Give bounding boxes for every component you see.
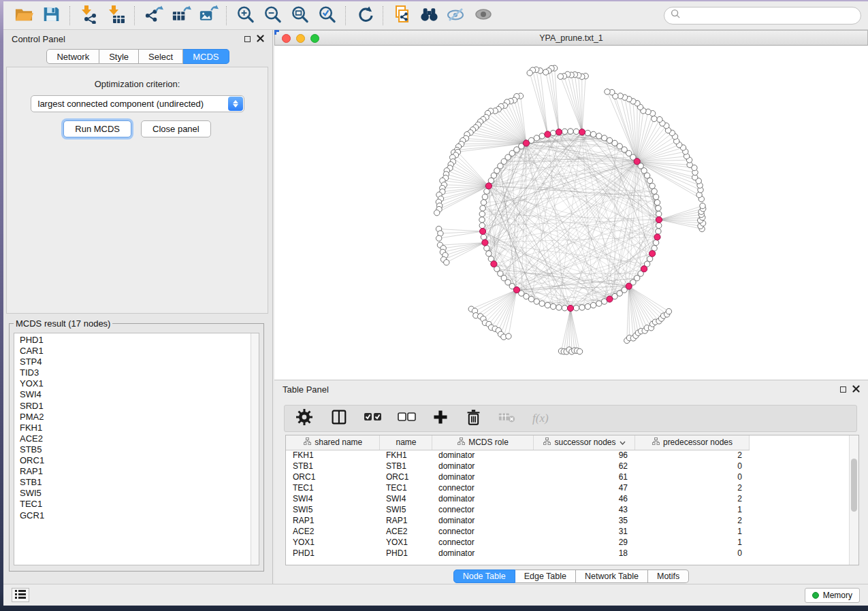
ring-node[interactable]	[482, 194, 487, 199]
mcds-result-item[interactable]: YOX1	[20, 378, 251, 389]
close-panel-icon[interactable]	[852, 383, 860, 395]
search-input[interactable]	[685, 10, 854, 21]
import-network-button[interactable]	[75, 4, 102, 27]
ring-node[interactable]	[585, 303, 590, 309]
ring-node[interactable]	[573, 129, 579, 134]
mcds-result-item[interactable]: SRD1	[20, 401, 251, 412]
fan-node[interactable]	[558, 73, 563, 79]
ring-node[interactable]	[480, 205, 485, 211]
zoom-fit-button[interactable]	[286, 4, 313, 27]
ring-node[interactable]	[654, 199, 660, 205]
table-row[interactable]: ORC1ORC1dominator610	[286, 472, 749, 482]
hub-node[interactable]	[607, 296, 613, 302]
hub-node[interactable]	[556, 129, 562, 135]
hub-node[interactable]	[656, 216, 662, 222]
network-canvas[interactable]	[274, 46, 868, 380]
ring-node[interactable]	[479, 211, 485, 216]
ring-node[interactable]	[653, 240, 658, 245]
table-tab-motifs[interactable]: Motifs	[648, 569, 689, 583]
fan-node[interactable]	[605, 89, 610, 95]
function-builder-button[interactable]: f(x)	[532, 412, 549, 425]
zoom-out-button[interactable]	[259, 4, 286, 27]
ring-node[interactable]	[590, 131, 596, 137]
ring-node[interactable]	[479, 222, 485, 228]
table-settings-button[interactable]	[295, 408, 313, 429]
table-row[interactable]: RAP1RAP1dominator352	[286, 515, 749, 526]
ring-node[interactable]	[556, 305, 562, 310]
run-mcds-button[interactable]: Run MCDS	[63, 120, 131, 137]
hub-node[interactable]	[513, 287, 519, 293]
mcds-result-item[interactable]: STB5	[20, 444, 251, 455]
zoom-in-button[interactable]	[231, 4, 259, 27]
ring-node[interactable]	[653, 194, 658, 199]
mcds-result-item[interactable]: STB1	[20, 477, 251, 488]
ring-node[interactable]	[539, 301, 545, 306]
fan-node[interactable]	[506, 333, 511, 339]
import-table-button[interactable]	[102, 4, 129, 27]
minimize-window-icon[interactable]	[296, 34, 305, 43]
mcds-result-item[interactable]: TEC1	[20, 499, 251, 510]
table-row[interactable]: YOX1YOX1connector291	[286, 537, 749, 548]
hub-node[interactable]	[634, 159, 640, 165]
deselect-all-icon[interactable]	[398, 412, 416, 425]
table-row[interactable]: STB1STB1dominator620	[286, 461, 749, 472]
hub-node[interactable]	[485, 183, 492, 189]
open-file-button[interactable]	[10, 4, 37, 27]
ring-node[interactable]	[590, 302, 596, 308]
hub-node[interactable]	[567, 305, 573, 311]
fan-node[interactable]	[652, 116, 657, 121]
fan-node[interactable]	[527, 70, 532, 76]
table-row[interactable]: ACE2ACE2connector311	[286, 526, 749, 537]
ring-node[interactable]	[579, 305, 585, 310]
column-header-mcds-role[interactable]: MCDS role	[432, 435, 533, 450]
export-image-button[interactable]	[194, 4, 221, 27]
mcds-result-item[interactable]: ACE2	[20, 433, 251, 444]
mcds-result-item[interactable]: FKH1	[20, 423, 251, 433]
ring-node[interactable]	[481, 199, 486, 205]
ring-node[interactable]	[545, 302, 550, 308]
ring-node[interactable]	[607, 137, 612, 143]
close-window-icon[interactable]	[282, 34, 291, 43]
table-row[interactable]: SWI5SWI5connector431	[286, 504, 749, 515]
fan-node[interactable]	[577, 348, 582, 354]
hub-node[interactable]	[545, 131, 551, 137]
table-row[interactable]: FKH1FKH1dominator962	[286, 450, 749, 461]
float-panel-icon[interactable]	[840, 386, 846, 393]
table-tab-network-table[interactable]: Network Table	[576, 569, 648, 583]
mcds-result-item[interactable]: PMA2	[20, 412, 251, 423]
network-window-titlebar[interactable]: YPA_prune.txt_1	[274, 30, 868, 46]
ring-node[interactable]	[528, 296, 534, 301]
float-panel-icon[interactable]	[244, 36, 251, 42]
export-table-button[interactable]	[167, 4, 194, 27]
ring-node[interactable]	[534, 135, 539, 141]
ring-node[interactable]	[568, 129, 573, 134]
ring-node[interactable]	[484, 246, 489, 251]
hide-selected-button[interactable]	[443, 4, 470, 27]
mcds-result-item[interactable]: STP4	[20, 357, 251, 367]
network-canvas-svg[interactable]	[274, 46, 868, 380]
fan-node[interactable]	[700, 203, 705, 208]
ring-node[interactable]	[656, 205, 661, 211]
memory-button[interactable]: Memory	[805, 588, 860, 603]
mcds-result-item[interactable]: SWI5	[20, 488, 251, 499]
table-row[interactable]: TEC1TEC1connector472	[286, 482, 749, 493]
close-panel-button[interactable]: Close panel	[141, 120, 211, 137]
hub-node[interactable]	[523, 140, 529, 146]
hub-node[interactable]	[654, 234, 660, 240]
column-header-predecessor-nodes[interactable]: predecessor nodes	[634, 435, 749, 450]
fan-node[interactable]	[666, 309, 671, 314]
close-panel-icon[interactable]	[257, 33, 264, 45]
ring-node[interactable]	[534, 299, 539, 304]
table-scrollbar-thumb[interactable]	[851, 459, 857, 512]
export-network-button[interactable]	[140, 4, 167, 27]
ring-node[interactable]	[481, 234, 486, 240]
ring-node[interactable]	[652, 188, 657, 194]
table-row[interactable]: PHD1PHD1dominator180	[286, 548, 749, 559]
hub-node[interactable]	[641, 266, 647, 272]
column-header-successor-nodes[interactable]: successor nodes	[533, 435, 634, 450]
table-tab-edge-table[interactable]: Edge Table	[515, 569, 576, 583]
tab-mcds[interactable]: MCDS	[183, 49, 229, 64]
ring-node[interactable]	[479, 217, 485, 222]
mcds-result-item[interactable]: SWI4	[20, 389, 251, 400]
column-header-shared-name[interactable]: shared name	[286, 435, 379, 450]
